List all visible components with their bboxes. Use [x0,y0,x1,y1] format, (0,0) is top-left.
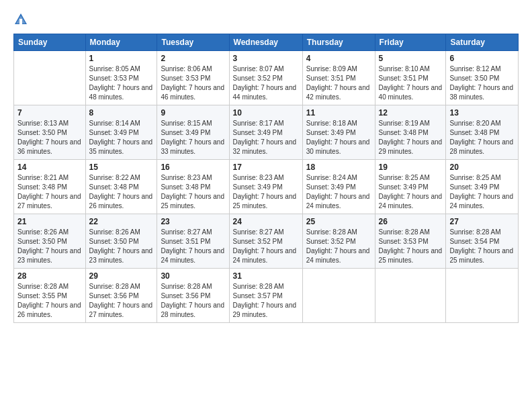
day-info: Sunrise: 8:26 AMSunset: 3:50 PMDaylight:… [17,228,82,265]
day-cell: 7Sunrise: 8:13 AMSunset: 3:50 PMDaylight… [14,105,86,160]
day-number: 11 [306,108,371,118]
day-info: Sunrise: 8:12 AMSunset: 3:50 PMDaylight:… [449,64,515,102]
page: SundayMondayTuesdayWednesdayThursdayFrid… [0,0,532,411]
day-number: 30 [161,271,225,281]
day-info: Sunrise: 8:25 AMSunset: 3:49 PMDaylight:… [449,173,515,211]
day-cell: 19Sunrise: 8:25 AMSunset: 3:49 PMDayligh… [375,160,446,214]
day-number: 12 [379,108,443,118]
day-info: Sunrise: 8:28 AMSunset: 3:56 PMDaylight:… [161,282,225,320]
day-info: Sunrise: 8:06 AMSunset: 3:53 PMDaylight:… [161,64,225,102]
day-cell: 11Sunrise: 8:18 AMSunset: 3:49 PMDayligh… [302,105,375,160]
day-info: Sunrise: 8:21 AMSunset: 3:48 PMDaylight:… [17,173,82,211]
day-number: 17 [233,163,299,172]
weekday-sunday: Sunday [14,34,86,51]
day-cell: 12Sunrise: 8:19 AMSunset: 3:48 PMDayligh… [375,105,446,160]
day-number: 4 [306,54,371,63]
week-row-0: 1Sunrise: 8:05 AMSunset: 3:53 PMDaylight… [14,51,519,105]
calendar-table: SundayMondayTuesdayWednesdayThursdayFrid… [13,34,519,323]
day-info: Sunrise: 8:13 AMSunset: 3:50 PMDaylight:… [17,119,82,156]
day-number: 23 [161,217,225,226]
day-info: Sunrise: 8:28 AMSunset: 3:54 PMDaylight:… [449,228,515,265]
day-info: Sunrise: 8:09 AMSunset: 3:51 PMDaylight:… [306,64,371,102]
weekday-saturday: Saturday [446,34,519,51]
day-cell: 16Sunrise: 8:23 AMSunset: 3:48 PMDayligh… [157,160,229,214]
day-cell [375,269,446,323]
day-cell: 6Sunrise: 8:12 AMSunset: 3:50 PMDaylight… [446,51,519,105]
weekday-friday: Friday [375,34,446,51]
day-cell: 10Sunrise: 8:17 AMSunset: 3:49 PMDayligh… [229,105,302,160]
day-number: 2 [161,54,225,63]
weekday-thursday: Thursday [302,34,375,51]
logo [13,11,31,27]
day-cell [446,269,519,323]
day-number: 13 [449,108,515,118]
day-cell: 25Sunrise: 8:28 AMSunset: 3:52 PMDayligh… [302,214,375,269]
day-info: Sunrise: 8:07 AMSunset: 3:52 PMDaylight:… [233,64,299,102]
day-cell: 15Sunrise: 8:22 AMSunset: 3:48 PMDayligh… [85,160,157,214]
day-cell: 9Sunrise: 8:15 AMSunset: 3:49 PMDaylight… [157,105,229,160]
day-number: 29 [89,271,154,281]
day-info: Sunrise: 8:24 AMSunset: 3:49 PMDaylight:… [306,173,371,211]
week-row-3: 21Sunrise: 8:26 AMSunset: 3:50 PMDayligh… [14,214,519,269]
day-cell: 29Sunrise: 8:28 AMSunset: 3:56 PMDayligh… [85,269,157,323]
day-number: 14 [17,163,82,172]
day-cell: 26Sunrise: 8:28 AMSunset: 3:53 PMDayligh… [375,214,446,269]
day-number: 9 [161,108,225,118]
day-number: 20 [449,163,515,172]
day-cell: 22Sunrise: 8:26 AMSunset: 3:50 PMDayligh… [85,214,157,269]
day-number: 10 [233,108,299,118]
day-number: 7 [17,108,82,118]
day-info: Sunrise: 8:28 AMSunset: 3:53 PMDaylight:… [379,228,443,265]
logo-icon [13,12,28,27]
day-number: 18 [306,163,371,172]
week-row-1: 7Sunrise: 8:13 AMSunset: 3:50 PMDaylight… [14,105,519,160]
header [13,11,519,27]
week-row-4: 28Sunrise: 8:28 AMSunset: 3:55 PMDayligh… [14,269,519,323]
day-info: Sunrise: 8:27 AMSunset: 3:52 PMDaylight:… [233,228,299,265]
day-cell: 3Sunrise: 8:07 AMSunset: 3:52 PMDaylight… [229,51,302,105]
day-info: Sunrise: 8:19 AMSunset: 3:48 PMDaylight:… [379,119,443,156]
day-number: 28 [17,271,82,281]
day-cell: 31Sunrise: 8:28 AMSunset: 3:57 PMDayligh… [229,269,302,323]
day-cell: 14Sunrise: 8:21 AMSunset: 3:48 PMDayligh… [14,160,86,214]
day-info: Sunrise: 8:27 AMSunset: 3:51 PMDaylight:… [161,228,225,265]
day-cell: 23Sunrise: 8:27 AMSunset: 3:51 PMDayligh… [157,214,229,269]
day-number: 16 [161,163,225,172]
day-number: 5 [379,54,443,63]
day-info: Sunrise: 8:17 AMSunset: 3:49 PMDaylight:… [233,119,299,156]
day-info: Sunrise: 8:23 AMSunset: 3:48 PMDaylight:… [161,173,225,211]
day-cell: 17Sunrise: 8:23 AMSunset: 3:49 PMDayligh… [229,160,302,214]
weekday-monday: Monday [85,34,157,51]
day-info: Sunrise: 8:28 AMSunset: 3:57 PMDaylight:… [233,282,299,320]
day-cell: 27Sunrise: 8:28 AMSunset: 3:54 PMDayligh… [446,214,519,269]
day-number: 25 [306,217,371,226]
day-info: Sunrise: 8:28 AMSunset: 3:55 PMDaylight:… [17,282,82,320]
weekday-header-row: SundayMondayTuesdayWednesdayThursdayFrid… [14,34,519,51]
day-cell: 20Sunrise: 8:25 AMSunset: 3:49 PMDayligh… [446,160,519,214]
day-info: Sunrise: 8:28 AMSunset: 3:52 PMDaylight:… [306,228,371,265]
day-info: Sunrise: 8:15 AMSunset: 3:49 PMDaylight:… [161,119,225,156]
day-cell: 13Sunrise: 8:20 AMSunset: 3:48 PMDayligh… [446,105,519,160]
day-info: Sunrise: 8:23 AMSunset: 3:49 PMDaylight:… [233,173,299,211]
day-cell: 30Sunrise: 8:28 AMSunset: 3:56 PMDayligh… [157,269,229,323]
day-info: Sunrise: 8:20 AMSunset: 3:48 PMDaylight:… [449,119,515,156]
day-number: 27 [449,217,515,226]
week-row-2: 14Sunrise: 8:21 AMSunset: 3:48 PMDayligh… [14,160,519,214]
day-cell: 8Sunrise: 8:14 AMSunset: 3:49 PMDaylight… [85,105,157,160]
day-info: Sunrise: 8:26 AMSunset: 3:50 PMDaylight:… [89,228,154,265]
day-number: 8 [89,108,154,118]
day-number: 6 [449,54,515,63]
day-info: Sunrise: 8:28 AMSunset: 3:56 PMDaylight:… [89,282,154,320]
day-info: Sunrise: 8:05 AMSunset: 3:53 PMDaylight:… [89,64,154,102]
day-cell: 24Sunrise: 8:27 AMSunset: 3:52 PMDayligh… [229,214,302,269]
day-number: 21 [17,217,82,226]
day-cell [302,269,375,323]
day-number: 24 [233,217,299,226]
svg-rect-2 [19,19,22,24]
day-number: 19 [379,163,443,172]
day-number: 26 [379,217,443,226]
day-cell [14,51,86,105]
day-cell: 18Sunrise: 8:24 AMSunset: 3:49 PMDayligh… [302,160,375,214]
day-number: 3 [233,54,299,63]
day-cell: 28Sunrise: 8:28 AMSunset: 3:55 PMDayligh… [14,269,86,323]
